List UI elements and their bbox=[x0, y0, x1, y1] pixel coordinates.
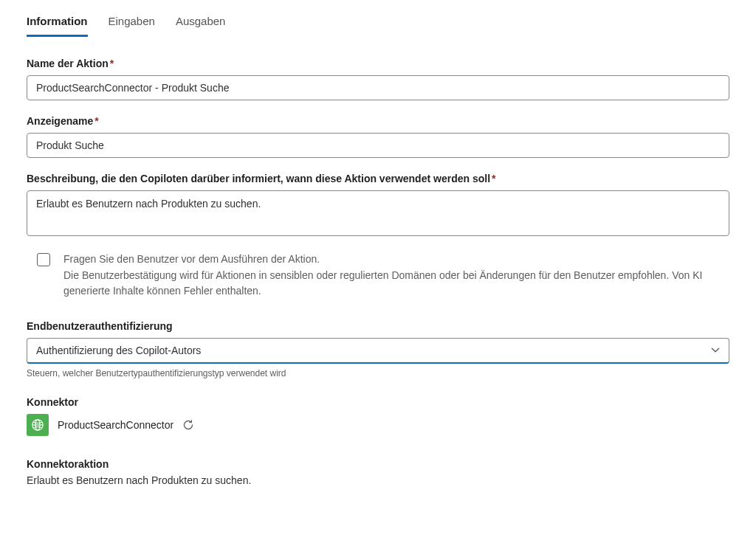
field-description: Beschreibung, die den Copiloten darüber … bbox=[27, 173, 729, 238]
refresh-icon[interactable] bbox=[182, 419, 194, 431]
input-description[interactable] bbox=[27, 190, 729, 236]
field-display-name: Anzeigename* bbox=[27, 115, 729, 158]
confirm-checkbox-row: Fragen Sie den Benutzer vor dem Ausführe… bbox=[27, 252, 729, 300]
field-connector-action: Konnektoraktion Erlaubt es Benutzern nac… bbox=[27, 458, 729, 486]
connector-name-text: ProductSearchConnector bbox=[58, 419, 173, 431]
label-connector: Konnektor bbox=[27, 396, 729, 408]
input-display-name[interactable] bbox=[27, 133, 729, 158]
label-display-name: Anzeigename* bbox=[27, 115, 729, 127]
text-connector-action: Erlaubt es Benutzern nach Produkten zu s… bbox=[27, 474, 729, 486]
globe-icon bbox=[27, 414, 49, 436]
tab-outputs[interactable]: Ausgaben bbox=[176, 15, 226, 37]
tab-bar: Information Eingaben Ausgaben bbox=[27, 15, 729, 37]
label-auth: Endbenutzerauthentifizierung bbox=[27, 320, 729, 332]
confirm-checkbox[interactable] bbox=[37, 253, 50, 266]
field-connector: Konnektor ProductSearchConnector bbox=[27, 396, 729, 436]
label-action-name: Name der Aktion* bbox=[27, 58, 729, 69]
label-description: Beschreibung, die den Copiloten darüber … bbox=[27, 173, 729, 184]
helper-auth: Steuern, welcher Benutzertypauthentifizi… bbox=[27, 368, 729, 378]
select-auth[interactable]: Authentifizierung des Copilot-Autors bbox=[27, 338, 729, 364]
tab-inputs[interactable]: Eingaben bbox=[109, 15, 155, 37]
tab-information[interactable]: Information bbox=[27, 15, 88, 37]
confirm-checkbox-text: Fragen Sie den Benutzer vor dem Ausführe… bbox=[63, 252, 729, 300]
field-auth: Endbenutzerauthentifizierung Authentifiz… bbox=[27, 320, 729, 378]
label-connector-action: Konnektoraktion bbox=[27, 458, 729, 470]
input-action-name[interactable] bbox=[27, 75, 729, 100]
field-action-name: Name der Aktion* bbox=[27, 58, 729, 100]
